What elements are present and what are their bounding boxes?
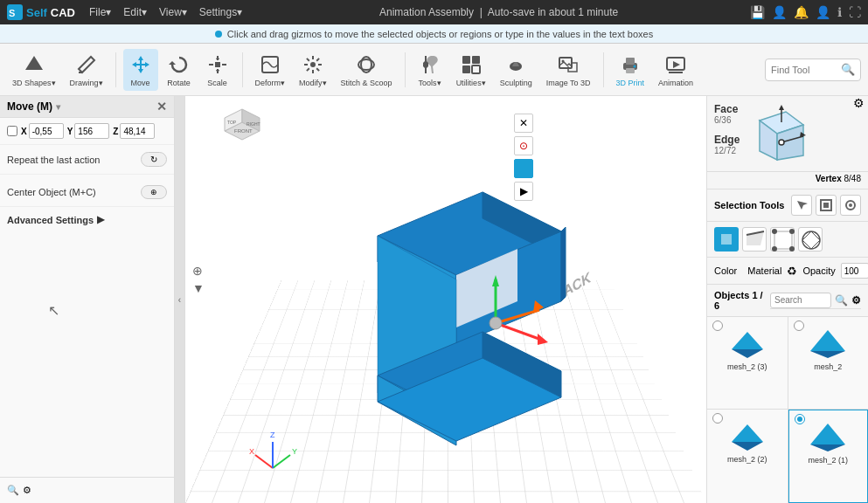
nav-cube[interactable]: FRONT TOP RIGHT xyxy=(212,105,268,162)
3d-object[interactable] xyxy=(308,166,640,454)
file-menu[interactable]: File▾ xyxy=(84,4,116,20)
tool-drawing[interactable]: Drawing▾ xyxy=(65,49,108,91)
svg-marker-88 xyxy=(732,424,763,442)
info-icon[interactable]: ℹ xyxy=(837,5,842,19)
center-button[interactable]: ⊕ xyxy=(141,185,167,199)
object-item-mesh2-2[interactable]: mesh_2 (2) xyxy=(707,410,788,503)
svg-text:TOP: TOP xyxy=(227,120,237,125)
nav-up-icon[interactable]: ⊕ xyxy=(192,264,205,278)
view-menu[interactable]: View▾ xyxy=(154,4,192,20)
tool-deform[interactable]: Deform▾ xyxy=(250,49,291,91)
material-icon[interactable]: ♻ xyxy=(787,265,797,278)
tool-scale[interactable]: Scale xyxy=(200,49,235,91)
panel-close-button[interactable]: ✕ xyxy=(156,100,167,114)
svg-point-80 xyxy=(789,229,795,234)
object-item-mesh2-1[interactable]: mesh_2 (1) xyxy=(788,410,869,503)
tool-rotate[interactable]: Rotate xyxy=(162,49,197,91)
nav-down-icon[interactable]: ▼ xyxy=(192,281,205,295)
panel-toggle-button[interactable]: ‹ xyxy=(175,96,185,503)
viewport[interactable]: BACK FRONT TOP RIGHT ⊕ ▼ xyxy=(185,96,706,503)
objects-grid: mesh_2 (3) mesh_2 xyxy=(707,317,868,503)
repeat-label: Repeat the last action xyxy=(7,155,100,165)
cube-preview-svg xyxy=(746,103,816,169)
repeat-button[interactable]: ↻ xyxy=(141,152,167,167)
deform-label: Deform▾ xyxy=(255,79,286,87)
settings-icon[interactable]: ⚙ xyxy=(23,485,31,496)
square-button[interactable] xyxy=(514,159,533,178)
objects-search-row: 🔍 ⚙ xyxy=(770,293,861,309)
rotate-icon xyxy=(167,52,191,77)
sel-icon-3[interactable] xyxy=(840,195,861,216)
drawing-icon xyxy=(74,52,99,77)
tool-stitch-scoop[interactable]: Stitch & Scoop xyxy=(336,49,398,91)
user-icon[interactable]: 👤 xyxy=(772,5,787,19)
advanced-settings[interactable]: Advanced Settings ▶ xyxy=(0,207,174,232)
panel-dropdown[interactable]: ▾ xyxy=(56,102,60,112)
face-sel-button[interactable] xyxy=(714,227,739,252)
tool-move[interactable]: Move xyxy=(123,49,158,91)
tool-3d-print[interactable]: 3D Print xyxy=(611,49,650,91)
objects-search-input[interactable] xyxy=(770,293,831,308)
target-button[interactable]: ⊙ xyxy=(514,136,533,155)
svg-point-83 xyxy=(802,231,820,249)
objects-settings-icon[interactable]: ⚙ xyxy=(851,294,861,307)
find-tool-search[interactable]: 🔍 xyxy=(765,59,861,81)
objects-header: Objects 1 / 6 🔍 ⚙ xyxy=(707,285,868,317)
edge-sel-button[interactable] xyxy=(742,227,767,252)
search-input[interactable] xyxy=(771,65,841,75)
expand-icon[interactable]: ⛶ xyxy=(849,5,861,19)
save-icon[interactable]: 💾 xyxy=(750,5,765,19)
edit-menu[interactable]: Edit▾ xyxy=(118,4,152,20)
bell-icon[interactable]: 🔔 xyxy=(794,5,809,19)
zoom-icon[interactable]: 🔍 xyxy=(7,485,19,496)
account-icon[interactable]: 👤 xyxy=(816,5,830,19)
repeat-action-row: Repeat the last action ↻ xyxy=(0,145,174,175)
opacity-input[interactable] xyxy=(841,263,868,279)
vertex-info: Vertex 8/48 xyxy=(707,172,868,189)
y-label: Y xyxy=(67,127,73,136)
objects-search-icon[interactable]: 🔍 xyxy=(835,294,848,307)
y-input[interactable] xyxy=(74,123,109,139)
object-radio-mesh2-1[interactable] xyxy=(795,414,805,424)
nav-arrows: ⊕ ▼ xyxy=(192,264,205,295)
play-button[interactable]: ▶ xyxy=(514,182,533,201)
mesh2-thumbnail xyxy=(807,325,849,358)
tool-animation[interactable]: Animation xyxy=(653,49,698,91)
object-item-mesh2[interactable]: mesh_2 xyxy=(788,317,869,409)
object-item-mesh2-3[interactable]: mesh_2 (3) xyxy=(707,317,788,409)
edge-info: Edge 12/72 xyxy=(714,134,740,155)
object-label-mesh2-2: mesh_2 (2) xyxy=(727,455,767,464)
panel-title: Move (M) xyxy=(7,100,52,113)
3d-cube-preview[interactable] xyxy=(746,103,808,164)
tool-modify[interactable]: Modify▾ xyxy=(294,49,332,91)
panel-settings-icon[interactable]: ⚙ xyxy=(853,96,865,110)
object-label-mesh2-3: mesh_2 (3) xyxy=(727,362,767,371)
vertex-sel-button[interactable] xyxy=(770,227,795,252)
image-to-3d-label: Image To 3D xyxy=(546,79,591,87)
main-toolbar: 3D Shapes▾ Drawing▾ Move Rotate xyxy=(0,44,868,96)
svg-point-68 xyxy=(779,140,784,145)
coords-checkbox[interactable] xyxy=(7,126,17,136)
utilities-label: Utilities▾ xyxy=(456,79,486,87)
x-input[interactable] xyxy=(29,123,64,139)
3d-print-label: 3D Print xyxy=(616,79,645,87)
settings-menu[interactable]: Settings▾ xyxy=(194,4,247,20)
view-labels: Face 6/36 Edge 12/72 xyxy=(714,103,740,164)
object-sel-button[interactable] xyxy=(798,227,823,252)
object-radio-mesh2[interactable] xyxy=(794,320,804,331)
material-label: Material xyxy=(747,265,781,276)
tool-3d-shapes[interactable]: 3D Shapes▾ xyxy=(7,49,61,91)
sel-icon-1[interactable] xyxy=(791,195,812,216)
object-radio-mesh2-3[interactable] xyxy=(712,320,723,331)
tool-tools[interactable]: Tools▾ xyxy=(413,49,448,91)
tool-image-to-3d[interactable]: Image To 3D xyxy=(541,49,596,91)
face-info: Face 6/36 xyxy=(714,103,740,125)
logo-text: Self xyxy=(26,6,47,19)
sel-icon-2[interactable] xyxy=(816,195,837,216)
tool-utilities[interactable]: Utilities▾ xyxy=(451,49,491,91)
z-input[interactable] xyxy=(120,123,155,139)
svg-marker-8 xyxy=(216,56,219,59)
close-viewport-button[interactable]: ✕ xyxy=(514,114,533,133)
object-radio-mesh2-2[interactable] xyxy=(712,413,723,424)
tool-sculpting[interactable]: Sculpting xyxy=(495,49,538,91)
